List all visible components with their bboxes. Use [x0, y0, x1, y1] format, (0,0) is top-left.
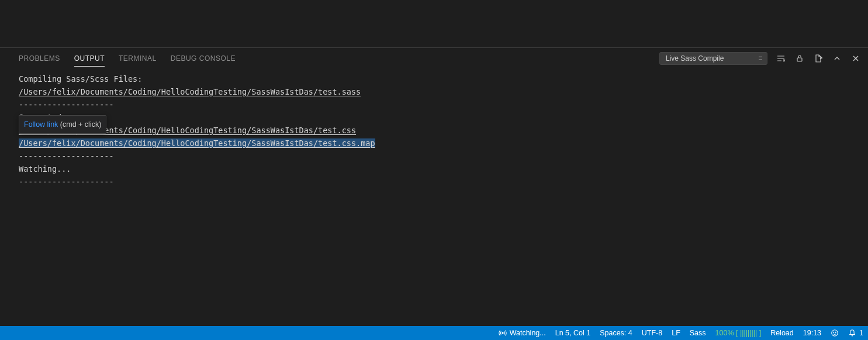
svg-point-2 [832, 330, 838, 336]
editor-area [0, 0, 868, 48]
tab-terminal[interactable]: TERMINAL [119, 51, 157, 67]
close-panel-icon[interactable] [850, 53, 861, 64]
output-separator: -------------------- [19, 175, 868, 188]
tab-debug-console[interactable]: DEBUG CONSOLE [171, 51, 236, 67]
panel-actions: Live Sass Compile [659, 52, 861, 65]
output-channel-select[interactable]: Live Sass Compile [659, 52, 767, 65]
panel-header: PROBLEMS OUTPUT TERMINAL DEBUG CONSOLE L… [19, 48, 868, 69]
output-separator: -------------------- [19, 150, 868, 162]
status-watching[interactable]: Watching... [494, 326, 551, 340]
smiley-icon [831, 329, 839, 337]
status-reload[interactable]: Reload [766, 326, 798, 340]
status-language-mode[interactable]: Sass [685, 326, 711, 340]
svg-point-4 [835, 332, 836, 332]
status-watching-label: Watching... [510, 329, 546, 337]
chevron-up-icon[interactable] [832, 53, 842, 64]
status-notifications-count: 1 [859, 329, 863, 337]
output-line: Watching... [19, 162, 868, 175]
bottom-panel: PROBLEMS OUTPUT TERMINAL DEBUG CONSOLE L… [0, 48, 868, 326]
status-bar: Watching... Ln 5, Col 1 Spaces: 4 UTF-8 … [0, 326, 868, 340]
output-link-source[interactable]: /Users/felix/Documents/Coding/HelloCodin… [19, 85, 868, 98]
output-line: Compiling Sass/Scss Files: [19, 72, 868, 85]
svg-rect-0 [797, 58, 802, 61]
output-body[interactable]: Compiling Sass/Scss Files: /Users/felix/… [19, 69, 868, 326]
status-encoding[interactable]: UTF-8 [637, 326, 667, 340]
tooltip-follow-link: Follow link [24, 120, 58, 129]
tab-output[interactable]: OUTPUT [74, 51, 105, 67]
bell-icon [848, 329, 856, 337]
svg-point-3 [834, 332, 834, 332]
svg-point-1 [502, 332, 503, 334]
panel-tabs: PROBLEMS OUTPUT TERMINAL DEBUG CONSOLE [19, 51, 659, 67]
clear-output-icon[interactable] [776, 53, 786, 64]
lock-scroll-icon[interactable] [794, 53, 805, 64]
output-link-css[interactable]: /Users/felix/Documents/Coding/HelloCodin… [19, 124, 868, 137]
status-indentation[interactable]: Spaces: 4 [595, 326, 637, 340]
output-line: Generated : [19, 111, 868, 124]
output-separator: -------------------- [19, 98, 868, 111]
link-tooltip: Follow link (cmd + click) [19, 115, 106, 134]
broadcast-icon [499, 329, 507, 337]
status-eol[interactable]: LF [667, 326, 685, 340]
open-file-icon[interactable] [813, 53, 824, 64]
tab-problems[interactable]: PROBLEMS [19, 51, 60, 67]
tooltip-hint: (cmd + click) [58, 120, 101, 129]
status-coverage[interactable]: 100% [ ||||||||| ] [711, 326, 766, 340]
status-notifications[interactable]: 1 [843, 326, 868, 340]
status-cursor-position[interactable]: Ln 5, Col 1 [551, 326, 595, 340]
status-clock[interactable]: 19:13 [798, 326, 826, 340]
output-link-cssmap[interactable]: /Users/felix/Documents/Coding/HelloCodin… [19, 138, 375, 148]
status-feedback[interactable] [826, 326, 843, 340]
